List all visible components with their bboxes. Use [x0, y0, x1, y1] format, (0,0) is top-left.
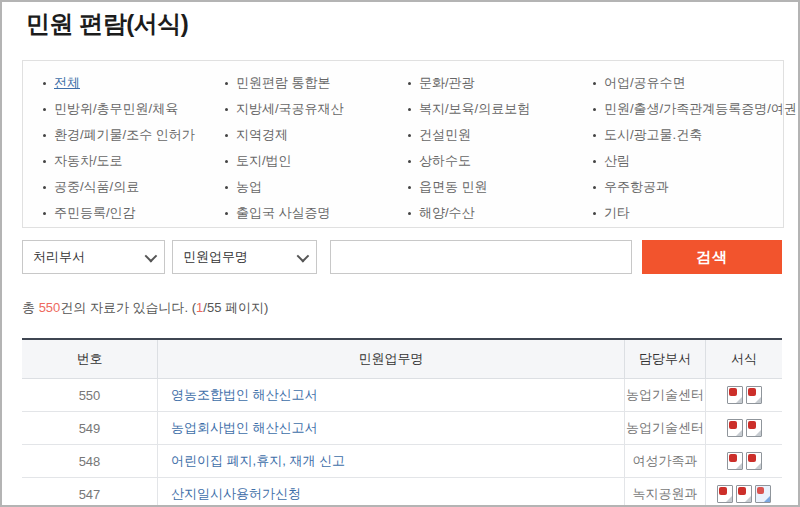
form-icons — [705, 445, 782, 477]
category-link[interactable]: 민원편람 통합본 — [225, 70, 408, 96]
category-link[interactable]: 지방세/국공유재산 — [225, 96, 408, 122]
category-link[interactable]: 자동차/도로 — [43, 148, 225, 174]
header-department: 담당부서 — [624, 340, 705, 378]
hwp-file-icon[interactable] — [746, 386, 762, 404]
category-link[interactable]: 기타 — [593, 200, 783, 226]
category-link-all[interactable]: 전체 — [43, 70, 225, 96]
category-link[interactable]: 농업 — [225, 174, 408, 200]
blue-doc-file-icon[interactable] — [755, 485, 771, 503]
row-department: 농업기술센터 — [624, 412, 705, 444]
status-total-count: 550 — [39, 300, 61, 315]
category-link[interactable]: 민방위/총무민원/체육 — [43, 96, 225, 122]
form-icons — [705, 412, 782, 444]
task-name-select-value: 민원업무명 — [183, 248, 289, 266]
hwp-file-icon[interactable] — [727, 419, 743, 437]
category-link[interactable]: 해양/수산 — [408, 200, 593, 226]
hwp-file-icon[interactable] — [746, 452, 762, 470]
header-task-name: 민원업무명 — [157, 340, 624, 378]
category-link[interactable]: 토지/법인 — [225, 148, 408, 174]
header-forms: 서식 — [705, 340, 782, 378]
hwp-file-icon[interactable] — [727, 386, 743, 404]
row-department: 여성가족과 — [624, 445, 705, 477]
page-title: 민원 편람(서식) — [26, 8, 188, 40]
status-mid: 건의 자료가 있습니다. ( — [60, 300, 196, 315]
form-name-link[interactable]: 산지일시사용허가신청 — [171, 485, 301, 503]
category-link[interactable]: 주민등록/인감 — [43, 200, 225, 226]
row-number: 550 — [22, 379, 157, 411]
category-link[interactable]: 산림 — [593, 148, 783, 174]
hwp-file-icon[interactable] — [746, 419, 762, 437]
category-link[interactable]: 우주항공과 — [593, 174, 783, 200]
department-select-value: 처리부서 — [33, 248, 137, 266]
table-row: 550 영농조합법인 해산신고서 농업기술센터 — [22, 379, 782, 412]
row-department: 녹지공원과 — [624, 478, 705, 507]
category-link[interactable]: 환경/폐기물/조수 인허가 — [43, 122, 225, 148]
category-link[interactable]: 복지/보육/의료보험 — [408, 96, 593, 122]
table-row: 549 농업회사법인 해산신고서 농업기술센터 — [22, 412, 782, 445]
category-link[interactable]: 건설민원 — [408, 122, 593, 148]
form-name-link[interactable]: 어린이집 폐지,휴지, 재개 신고 — [171, 452, 345, 470]
chevron-down-icon — [297, 249, 310, 262]
category-link[interactable]: 공중/식품/의료 — [43, 174, 225, 200]
form-name-link[interactable]: 농업회사법인 해산신고서 — [171, 419, 318, 437]
category-link[interactable]: 어업/공유수면 — [593, 70, 783, 96]
category-column-2: 민원편람 통합본 지방세/국공유재산 지역경제 토지/법인 농업 출입국 사실증… — [225, 70, 408, 227]
result-count-text: 총 550건의 자료가 있습니다. (1/55 페이지) — [22, 299, 268, 317]
forms-table: 번호 민원업무명 담당부서 서식 550 영농조합법인 해산신고서 농업기술센터… — [22, 338, 782, 507]
category-link[interactable]: 출입국 사실증명 — [225, 200, 408, 226]
status-prefix: 총 — [22, 300, 39, 315]
row-department: 농업기술센터 — [624, 379, 705, 411]
row-number: 548 — [22, 445, 157, 477]
table-row: 548 어린이집 폐지,휴지, 재개 신고 여성가족과 — [22, 445, 782, 478]
category-box: 전체 민방위/총무민원/체육 환경/폐기물/조수 인허가 자동차/도로 공중/식… — [22, 60, 784, 228]
chevron-down-icon — [145, 249, 158, 262]
form-name-link[interactable]: 영농조합법인 해산신고서 — [171, 386, 318, 404]
category-link[interactable]: 도시/광고물.건축 — [593, 122, 783, 148]
task-name-select[interactable]: 민원업무명 — [172, 240, 317, 274]
category-link[interactable]: 상하수도 — [408, 148, 593, 174]
search-button[interactable]: 검색 — [642, 240, 782, 274]
table-header-row: 번호 민원업무명 담당부서 서식 — [22, 340, 782, 379]
hwp-file-icon[interactable] — [736, 485, 752, 503]
category-link[interactable]: 민원/출생/가족관계등록증명/여권 — [593, 96, 783, 122]
page: 민원 편람(서식) 전체 민방위/총무민원/체육 환경/폐기물/조수 인허가 자… — [0, 0, 800, 507]
hwp-file-icon[interactable] — [717, 485, 733, 503]
category-column-3: 문화/관광 복지/보육/의료보험 건설민원 상하수도 읍면동 민원 해양/수산 — [408, 70, 593, 227]
category-column-1: 전체 민방위/총무민원/체육 환경/폐기물/조수 인허가 자동차/도로 공중/식… — [43, 70, 225, 227]
category-link[interactable]: 문화/관광 — [408, 70, 593, 96]
status-tail: /55 페이지) — [203, 300, 268, 315]
category-column-4: 어업/공유수면 민원/출생/가족관계등록증명/여권 도시/광고물.건축 산림 우… — [593, 70, 783, 227]
form-icons — [705, 478, 782, 507]
form-icons — [705, 379, 782, 411]
search-input[interactable] — [330, 240, 632, 274]
header-number: 번호 — [22, 340, 157, 378]
category-link[interactable]: 지역경제 — [225, 122, 408, 148]
table-row: 547 산지일시사용허가신청 녹지공원과 — [22, 478, 782, 507]
hwp-file-icon[interactable] — [727, 452, 743, 470]
category-link[interactable]: 읍면동 민원 — [408, 174, 593, 200]
row-number: 547 — [22, 478, 157, 507]
department-select[interactable]: 처리부서 — [22, 240, 165, 274]
row-number: 549 — [22, 412, 157, 444]
